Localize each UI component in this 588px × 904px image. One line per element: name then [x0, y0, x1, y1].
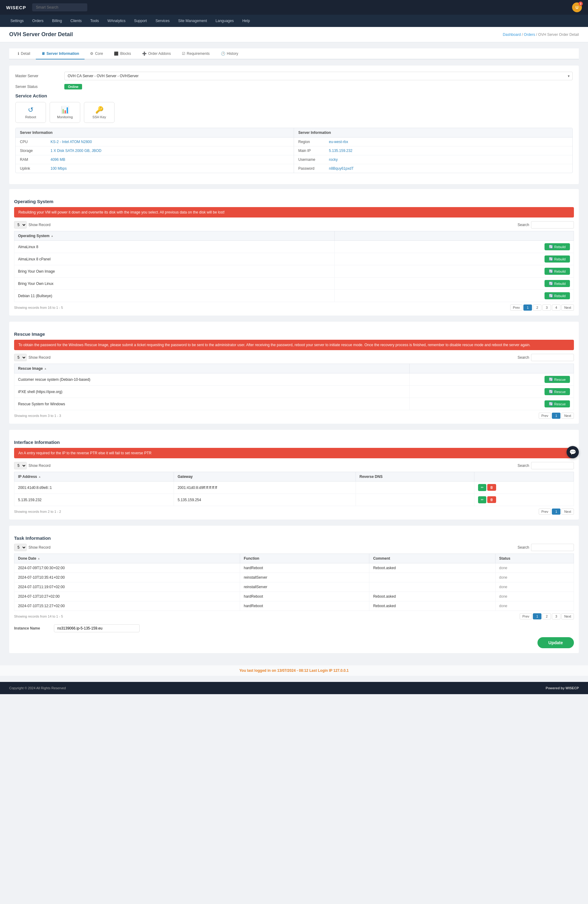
- interface-section: Interface Information An A entry require…: [9, 430, 579, 520]
- os-next-btn[interactable]: Next: [561, 305, 574, 311]
- rebuild-btn-1[interactable]: 🔄Rebuild: [545, 256, 570, 262]
- rescue-next-btn[interactable]: Next: [561, 412, 574, 419]
- nav-billing[interactable]: Billing: [48, 15, 66, 27]
- os-sort[interactable]: Operating System: [18, 234, 331, 238]
- tab-history[interactable]: 🕐 History: [215, 48, 244, 59]
- info-row-username: Username rocky: [294, 155, 572, 164]
- nav-tools[interactable]: Tools: [86, 15, 103, 27]
- os-table: Operating System AlmaLinux 8 🔄Rebuild Al…: [14, 231, 574, 302]
- status-badge: Online: [64, 84, 82, 89]
- master-server-select[interactable]: OVH CA Server - OVH Server - OVHServer: [64, 72, 573, 80]
- rescue-row-1-name: iPXE shell (https://ipxe.org): [14, 386, 410, 398]
- tab-requirements[interactable]: ☑ Requirements: [176, 48, 215, 59]
- interface-page-1-btn[interactable]: 1: [552, 509, 560, 515]
- os-search: Search: [518, 221, 574, 229]
- task-row-4-function: hardReboot: [240, 601, 369, 611]
- os-page-1-btn[interactable]: 1: [523, 305, 532, 311]
- os-row-0-name: AlmaLinux 8: [14, 241, 335, 253]
- search-input[interactable]: [32, 3, 87, 11]
- interface-next-btn[interactable]: Next: [561, 509, 574, 515]
- task-date-sort[interactable]: Done Date: [18, 556, 236, 561]
- rescue-search-input[interactable]: [531, 354, 574, 361]
- os-pagination-info: Showing records from 16 to 1 - 5: [14, 306, 63, 310]
- tab-blocks[interactable]: ⬛ Blocks: [108, 48, 136, 59]
- task-show-count-select[interactable]: 5: [14, 544, 27, 551]
- tab-order-addons[interactable]: ➕ Order Addons: [137, 48, 176, 59]
- login-info: You last logged in on 13/07/2024 - 08:12…: [0, 665, 588, 676]
- nav-site-management[interactable]: Site Management: [174, 15, 211, 27]
- nav-clients[interactable]: Clients: [66, 15, 86, 27]
- os-search-input[interactable]: [531, 221, 574, 229]
- interface-search-input[interactable]: [531, 462, 574, 469]
- nav-help[interactable]: Help: [238, 15, 254, 27]
- os-prev-btn[interactable]: Prev: [510, 305, 523, 311]
- task-row-3-date: 2024-07-13T10:27+02:00: [14, 592, 240, 601]
- task-row-2-status: done: [495, 582, 574, 592]
- task-row-2-date: 2024-07-10T11:19:07+02:00: [14, 582, 240, 592]
- rescue-btn-0[interactable]: 🔄Rescue: [545, 376, 570, 383]
- delete-btn-0[interactable]: 🗑: [487, 484, 496, 491]
- breadcrumb-dashboard[interactable]: Dashboard: [503, 32, 521, 37]
- task-next-btn[interactable]: Next: [561, 613, 574, 620]
- instance-input[interactable]: [54, 624, 140, 632]
- interface-row-1-rdns: [356, 494, 474, 506]
- interface-show-count-select[interactable]: 5: [14, 462, 27, 469]
- rescue-show-count-select[interactable]: 5: [14, 354, 27, 361]
- main-nav: Settings Orders Billing Clients Tools WA…: [0, 15, 588, 27]
- service-actions: ↺ Reboot 📊 Monitoring 🔑 SSH Key: [15, 102, 573, 123]
- avatar[interactable]: U 2: [572, 2, 582, 12]
- nav-support[interactable]: Support: [130, 15, 151, 27]
- rescue-btn-1[interactable]: 🔄Rescue: [545, 388, 570, 395]
- info-row-region: Region eu-west-rbx: [294, 137, 572, 147]
- chat-bubble[interactable]: 💬: [567, 446, 579, 458]
- edit-btn-0[interactable]: ✏: [478, 484, 486, 491]
- os-row-2-action: 🔄Rebuild: [335, 265, 574, 278]
- os-show-count-select[interactable]: 5: [14, 221, 27, 229]
- task-col-function: Function: [240, 554, 369, 563]
- master-server-value[interactable]: OVH CA Server - OVH Server - OVHServer: [64, 72, 573, 80]
- task-search-input[interactable]: [531, 544, 574, 551]
- rebuild-btn-0[interactable]: 🔄Rebuild: [545, 243, 570, 250]
- rebuild-btn-2[interactable]: 🔄Rebuild: [545, 268, 570, 275]
- delete-btn-1[interactable]: 🗑: [487, 496, 496, 503]
- rebuild-btn-3[interactable]: 🔄Rebuild: [545, 280, 570, 287]
- os-page-3-btn[interactable]: 3: [542, 305, 551, 311]
- nav-orders[interactable]: Orders: [28, 15, 48, 27]
- monitoring-icon: 📊: [56, 106, 74, 114]
- rescue-btn-2[interactable]: 🔄Rescue: [545, 400, 570, 408]
- ssh-key-button[interactable]: 🔑 SSH Key: [84, 102, 115, 123]
- nav-settings[interactable]: Settings: [6, 15, 28, 27]
- interface-prev-btn[interactable]: Prev: [539, 509, 551, 515]
- task-page-1-btn[interactable]: 1: [533, 613, 541, 620]
- tab-core[interactable]: ⚙ Core: [85, 48, 108, 59]
- instance-row: Instance Name: [14, 624, 574, 632]
- rescue-sort[interactable]: Rescue Image: [18, 367, 406, 371]
- task-prev-btn[interactable]: Prev: [520, 613, 532, 620]
- rescue-page-1-btn[interactable]: 1: [552, 412, 560, 419]
- rescue-prev-btn[interactable]: Prev: [539, 412, 551, 419]
- interface-ip-sort[interactable]: IP Address: [18, 474, 170, 479]
- task-page-2-btn[interactable]: 2: [542, 613, 551, 620]
- task-search: Search: [518, 544, 574, 551]
- tab-detail[interactable]: ℹ Detail: [12, 48, 36, 59]
- os-row-3-name: Bring Your Own Linux: [14, 278, 335, 290]
- task-table-controls: 5 Show Record Search: [14, 544, 574, 551]
- nav-services[interactable]: Services: [151, 15, 174, 27]
- rebuild-btn-4[interactable]: 🔄Rebuild: [545, 292, 570, 299]
- nav-wanalytics[interactable]: WAnalytics: [103, 15, 130, 27]
- notification-badge: 2: [579, 2, 583, 6]
- reboot-button[interactable]: ↺ Reboot: [15, 102, 46, 123]
- os-page-4-btn[interactable]: 4: [552, 305, 560, 311]
- edit-btn-1[interactable]: ✏: [478, 496, 486, 503]
- monitoring-button[interactable]: 📊 Monitoring: [50, 102, 80, 123]
- os-page-2-btn[interactable]: 2: [533, 305, 541, 311]
- update-row: Update: [14, 637, 574, 648]
- rescue-row-0-name: Customer rescue system (Debian-10-based): [14, 373, 410, 386]
- task-page-3-btn[interactable]: 3: [552, 613, 560, 620]
- footer: Copyright © 2024 All Rights Reserved Pow…: [0, 682, 588, 694]
- nav-languages[interactable]: Languages: [211, 15, 238, 27]
- breadcrumb-orders[interactable]: Orders: [524, 32, 535, 37]
- update-button[interactable]: Update: [537, 637, 574, 648]
- info-row-ram: RAM 4096 MB: [16, 155, 294, 164]
- tab-server-information[interactable]: 🖥 Server Information: [36, 48, 85, 59]
